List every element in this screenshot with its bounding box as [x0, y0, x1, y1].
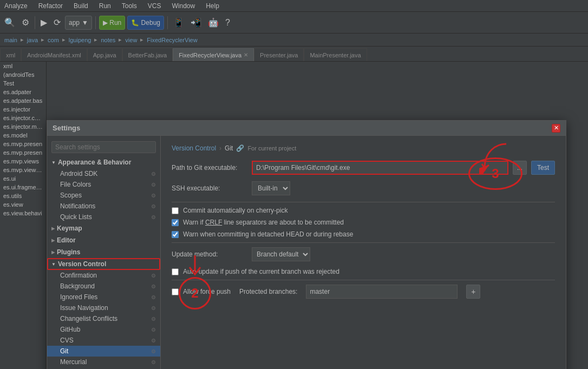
sidebar-item-changelist-conflicts[interactable]: Changelist Conflicts ⚙ [47, 313, 160, 324]
sidebar-item-mercurial[interactable]: Mercurial ⚙ [47, 357, 160, 367]
ssh-select[interactable]: Built-in Native [252, 181, 290, 195]
run-config-arrow: ▼ [82, 19, 88, 27]
nav-notes[interactable]: notes [101, 37, 115, 43]
project-item-view-behavi[interactable]: es.view.behavi [0, 209, 46, 218]
protected-branches-label: Protected branches: [239, 288, 297, 295]
sidebar-item-cvs[interactable]: CVS ⚙ [47, 335, 160, 346]
toolbar-btn-1[interactable]: ⚙ [19, 15, 31, 31]
project-item-adpater[interactable]: es.adpater [0, 88, 46, 96]
nav-view[interactable]: view [125, 37, 137, 43]
sidebar-section-appearance[interactable]: ▼ Appearance & Behavior [47, 156, 160, 168]
sidebar-item-git[interactable]: Git ⚙ [47, 346, 160, 357]
menu-refactor[interactable]: Refactor [36, 2, 65, 10]
sidebar-item-github[interactable]: GitHub ⚙ [47, 324, 160, 335]
tab-mainpresenter[interactable]: MainPresenter.java [304, 48, 367, 61]
project-item-mvp-views-in[interactable]: es.mvp.views.in [0, 166, 46, 174]
project-item-androidtes[interactable]: (androidTes [0, 70, 46, 79]
menu-window[interactable]: Window [169, 2, 197, 10]
project-item-utils[interactable]: es.utils [0, 192, 46, 200]
breadcrumb-parent[interactable]: Version Control [172, 144, 216, 152]
git-path-browse-button[interactable]: ... [513, 161, 527, 175]
toolbar-help[interactable]: ? [223, 15, 232, 31]
sidebar-section-plugins[interactable]: ▶ Plugins [47, 246, 160, 258]
nav-lguipeng[interactable]: lguipeng [69, 37, 92, 43]
nav-fixedrecyclerview[interactable]: FixedRecyclerView [147, 37, 197, 43]
project-item-adpater-bas[interactable]: es.adpater.bas [0, 96, 46, 105]
allow-force-push-checkbox[interactable] [172, 288, 179, 295]
project-item-view[interactable]: es.view [0, 200, 46, 209]
tab-androidmanifest[interactable]: AndroidManifest.xml [21, 48, 87, 61]
protected-branches-input[interactable] [306, 285, 458, 299]
menu-vcs[interactable]: VCS [146, 2, 164, 10]
nav-com[interactable]: com [48, 37, 59, 43]
menu-tools[interactable]: Tools [120, 2, 139, 10]
tab-betterfab[interactable]: BetterFab.java [122, 48, 173, 61]
tab-fixedrecyclerview-close[interactable]: ✕ [244, 52, 248, 58]
toolbar-android-3[interactable]: 🤖 [206, 15, 221, 31]
sidebar-item-ignored-files[interactable]: Ignored Files ⚙ [47, 292, 160, 302]
menu-help[interactable]: Help [204, 2, 221, 10]
project-item-model[interactable]: es.model [0, 131, 46, 140]
update-method-row: Update method: Branch default Merge Reba… [172, 247, 555, 261]
toolbar-btn-3[interactable]: ⟳ [51, 15, 63, 31]
issue-navigation-label: Issue Navigation [60, 304, 108, 312]
project-item-injector-com[interactable]: es.injector.com [0, 114, 46, 122]
sidebar-item-quick-lists[interactable]: Quick Lists ⚙ [47, 212, 160, 222]
settings-search-input[interactable] [51, 141, 156, 153]
sidebar-item-android-sdk[interactable]: Android SDK ⚙ [47, 168, 160, 179]
debug-btn[interactable]: 🐛 Debug [127, 16, 164, 30]
project-item-ui[interactable]: es.ui [0, 174, 46, 183]
dialog-close-button[interactable]: ✕ [552, 124, 560, 133]
menu-run[interactable]: Run [97, 2, 113, 10]
run-btn[interactable]: ▶ Run [99, 16, 125, 30]
sidebar-item-issue-navigation[interactable]: Issue Navigation ⚙ [47, 302, 160, 313]
ssh-label: SSH executable: [172, 184, 247, 192]
toolbar-sep-3 [167, 16, 168, 29]
sidebar-item-scopes[interactable]: Scopes ⚙ [47, 190, 160, 201]
project-item-mvp-presen2[interactable]: es.mvp.presen [0, 148, 46, 157]
warn-detached-checkbox[interactable] [172, 231, 179, 238]
tab-appjava[interactable]: App.java [87, 48, 122, 61]
project-item-injector[interactable]: es.injector [0, 105, 46, 114]
project-item-ui-fragments[interactable]: es.ui.fragments. [0, 183, 46, 192]
toolbar-btn-2[interactable]: ▶ [38, 15, 49, 31]
tab-appjava-label: App.java [93, 52, 116, 58]
project-item-injector-mod[interactable]: es.injector.mod [0, 122, 46, 131]
commit-cherry-pick-checkbox[interactable] [172, 207, 179, 214]
project-item-test[interactable]: Test [0, 79, 46, 88]
sidebar-item-notifications[interactable]: Notifications ⚙ [47, 201, 160, 212]
nav-sep-2: ▸ [41, 36, 44, 43]
git-path-input[interactable] [252, 161, 508, 175]
add-protected-branch-button[interactable]: + [466, 285, 480, 299]
tab-presenter[interactable]: Presenter.java [254, 48, 304, 61]
nav-main[interactable]: main [4, 37, 17, 43]
toolbar-android-1[interactable]: 📱 [171, 15, 186, 31]
sidebar-section-keymap[interactable]: ▶ Keymap [47, 222, 160, 234]
toolbar-search[interactable]: 🔍 [2, 15, 17, 31]
tab-xml[interactable]: xml [0, 48, 21, 61]
git-test-button[interactable]: Test [531, 161, 555, 175]
dialog-title-text: Settings [53, 124, 80, 132]
vc-label: Version Control [58, 260, 106, 268]
tab-fixedrecyclerview[interactable]: FixedRecyclerView.java ✕ [173, 48, 254, 61]
notifications-label: Notifications [60, 202, 95, 210]
update-method-select[interactable]: Branch default Merge Rebase [252, 247, 310, 261]
sidebar-item-file-colors[interactable]: File Colors ⚙ [47, 179, 160, 190]
android-sdk-icon: ⚙ [151, 171, 156, 177]
project-item-mvp-presen1[interactable]: es.mvp.presen [0, 140, 46, 148]
toolbar-android-2[interactable]: 📲 [188, 15, 204, 31]
nav-java[interactable]: java [27, 37, 38, 43]
ignored-files-label: Ignored Files [60, 293, 97, 301]
sidebar-item-background[interactable]: Background ⚙ [47, 281, 160, 292]
menu-analyze[interactable]: Analyze [2, 2, 30, 10]
sidebar-section-version-control[interactable]: ▼ Version Control [47, 258, 160, 270]
file-colors-label: File Colors [60, 181, 91, 188]
menu-build[interactable]: Build [71, 2, 90, 10]
plugins-triangle: ▶ [51, 250, 55, 255]
sidebar-section-editor[interactable]: ▶ Editor [47, 234, 160, 246]
warn-crlf-checkbox[interactable] [172, 219, 179, 226]
project-item-xml[interactable]: xml [0, 62, 46, 70]
auto-update-checkbox[interactable] [172, 268, 179, 275]
sidebar-item-confirmation[interactable]: Confirmation ⚙ [47, 270, 160, 281]
project-item-mvp-views[interactable]: es.mvp.views [0, 157, 46, 166]
